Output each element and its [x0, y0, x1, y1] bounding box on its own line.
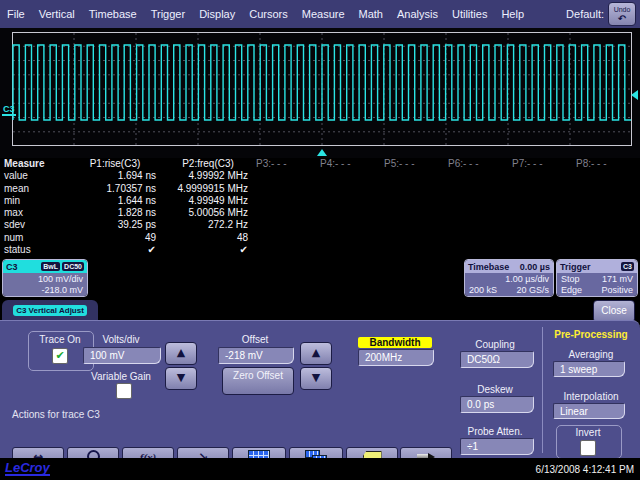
p2-max: 5.00056 MHz [162, 207, 254, 219]
measure-p7-header[interactable]: P7:- - - [510, 158, 574, 170]
deskew-field[interactable]: 0.0 ps [460, 396, 534, 413]
trigger-box-title: Trigger [560, 262, 591, 272]
row-label-status: status [2, 244, 68, 256]
variable-gain-label: Variable Gain [78, 371, 164, 382]
menu-vertical[interactable]: Vertical [32, 8, 82, 20]
row-label-sdev: sdev [2, 219, 68, 231]
channel-baseline-marker[interactable]: C3 [2, 104, 16, 116]
p2-num: 48 [162, 232, 254, 244]
tab-c3-vertical-adjust[interactable]: C3 Vertical Adjust [2, 300, 98, 321]
menu-analysis[interactable]: Analysis [390, 8, 445, 20]
trigger-mode: Stop [561, 274, 580, 285]
menu-file[interactable]: File [0, 8, 32, 20]
measure-p5-header[interactable]: P5:- - - [382, 158, 446, 170]
down-arrow-icon: ▼ [312, 371, 320, 384]
invert-label: Invert [556, 427, 620, 438]
timebase-samplerate: 20 GS/s [516, 285, 549, 296]
averaging-field[interactable]: 1 sweep [553, 361, 625, 377]
row-label-max: max [2, 207, 68, 219]
p1-min: 1.644 ns [68, 195, 162, 207]
undo-button[interactable]: Undo ↶ [608, 2, 636, 26]
bandwidth-label: Bandwidth [358, 337, 432, 348]
timebase-descriptor-box[interactable]: Timebase 0.00 µs 1.00 µs/div 200 kS 20 G… [464, 259, 554, 297]
menu-timebase[interactable]: Timebase [82, 8, 144, 20]
measure-p4-header[interactable]: P4:- - - [318, 158, 382, 170]
menu-cursors[interactable]: Cursors [242, 8, 295, 20]
probe-atten-field[interactable]: ÷1 [460, 438, 534, 455]
volts-div-down-button[interactable]: ▼ [165, 367, 197, 390]
measure-p1-header[interactable]: P1:rise(C3) [68, 158, 162, 170]
p1-mean: 1.70357 ns [68, 183, 162, 195]
p1-num: 49 [68, 232, 162, 244]
waveform-display: C3 [0, 28, 640, 158]
interpolation-label: Interpolation [546, 391, 636, 402]
p2-value: 4.99992 MHz [162, 170, 254, 182]
c3-vertical-adjust-dialog: C3 Vertical Adjust Close Trace On ✔ Volt… [0, 300, 640, 458]
deskew-label: Deskew [452, 384, 538, 395]
menu-bar: File Vertical Timebase Trigger Display C… [0, 0, 640, 28]
up-arrow-icon: ▲ [312, 346, 320, 359]
up-arrow-icon: ▲ [177, 346, 185, 359]
menu-display[interactable]: Display [192, 8, 242, 20]
invert-checkbox[interactable] [580, 440, 596, 456]
interpolation-field[interactable]: Linear [553, 403, 625, 419]
offset-field[interactable]: -218 mV [218, 347, 294, 364]
channel-vdiv: 100 mV/div [7, 274, 83, 285]
undo-icon: ↶ [618, 13, 626, 24]
offset-down-button[interactable]: ▼ [300, 367, 332, 390]
channel-c3-descriptor-box[interactable]: C3 BwL DC50 100 mV/div -218.0 mV [2, 259, 88, 297]
menu-utilities[interactable]: Utilities [445, 8, 494, 20]
channel-offset: -218.0 mV [7, 285, 83, 296]
measure-row-min: min 1.644 ns 4.99949 MHz [2, 195, 638, 207]
offset-label: Offset [215, 334, 295, 345]
averaging-label: Averaging [546, 349, 636, 360]
measure-p2-header[interactable]: P2:freq(C3) [162, 158, 254, 170]
trigger-level-marker[interactable] [631, 90, 638, 100]
undo-label: Undo [614, 6, 631, 13]
volts-div-up-button[interactable]: ▲ [165, 342, 197, 365]
bandwidth-field[interactable]: 200MHz [358, 349, 434, 366]
timebase-delay: 0.00 µs [520, 262, 550, 272]
measure-row-num: num 49 48 [2, 232, 638, 244]
measure-p8-header[interactable]: P8:- - - [574, 158, 638, 170]
channel-box-name: C3 [6, 262, 18, 272]
menu-math[interactable]: Math [352, 8, 390, 20]
trigger-time-marker[interactable] [317, 149, 327, 156]
trigger-descriptor-box[interactable]: Trigger C3 Stop 171 mV Edge Positive [556, 259, 638, 297]
menu-help[interactable]: Help [494, 8, 531, 20]
p2-min: 4.99949 MHz [162, 195, 254, 207]
row-label-num: num [2, 232, 68, 244]
preprocessing-title: Pre-Processing [546, 329, 636, 340]
trigger-slope: Positive [601, 285, 633, 296]
footer-bar: LeCroy 6/13/2008 4:12:41 PM [0, 458, 640, 480]
menu-measure[interactable]: Measure [295, 8, 352, 20]
coupling-label: Coupling [452, 339, 538, 350]
menu-trigger[interactable]: Trigger [144, 8, 192, 20]
measure-table: Measure P1:rise(C3) P2:freq(C3) P3:- - -… [2, 158, 638, 256]
timebase-box-title: Timebase [468, 262, 509, 272]
measure-p3-header[interactable]: P3:- - - [254, 158, 318, 170]
dc50-badge: DC50 [62, 262, 84, 271]
datetime-display: 6/13/2008 4:12:41 PM [536, 464, 634, 475]
coupling-field[interactable]: DC50Ω [460, 351, 534, 368]
timebase-samples: 200 kS [469, 285, 497, 296]
measure-title: Measure [2, 158, 68, 170]
volts-div-field[interactable]: 100 mV [83, 347, 161, 364]
measure-row-status: status ✔ ✔ [2, 244, 638, 256]
lecroy-logo: LeCroy [5, 461, 50, 476]
oscilloscope-screen: File Vertical Timebase Trigger Display C… [0, 0, 640, 480]
zero-offset-button[interactable]: Zero Offset [222, 367, 294, 395]
trace-on-checkbox[interactable]: ✔ [52, 348, 68, 364]
measure-row-mean: mean 1.70357 ns 4.9999915 MHz [2, 183, 638, 195]
p1-value: 1.694 ns [68, 170, 162, 182]
measure-p6-header[interactable]: P6:- - - [446, 158, 510, 170]
actions-for-trace-label: Actions for trace C3 [12, 409, 100, 420]
row-label-mean: mean [2, 183, 68, 195]
trigger-level: 171 mV [602, 274, 633, 285]
p2-status-check-icon: ✔ [162, 244, 254, 256]
p2-mean: 4.9999915 MHz [162, 183, 254, 195]
default-label: Default: [566, 8, 604, 20]
measure-row-value: value 1.694 ns 4.99992 MHz [2, 170, 638, 182]
offset-up-button[interactable]: ▲ [300, 342, 332, 365]
variable-gain-checkbox[interactable] [116, 383, 132, 399]
